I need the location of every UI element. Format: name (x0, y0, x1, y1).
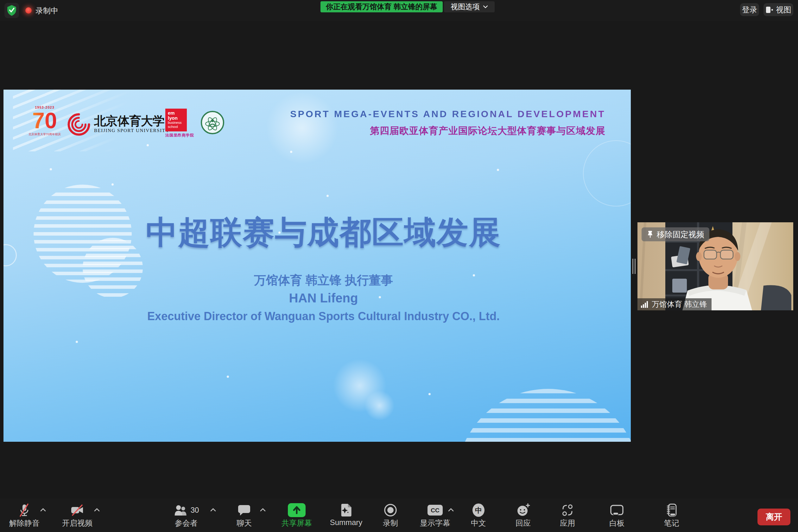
apps-icon (560, 503, 574, 517)
speaker-name-en: HAN Lifeng (16, 291, 631, 305)
recording-status: 录制中 (36, 0, 58, 21)
deco-ring-left (3, 244, 17, 266)
deco-ring-right (583, 140, 631, 207)
remove-pin-label: 移除固定视频 (657, 229, 704, 240)
summary-doc-icon (340, 503, 353, 517)
chat-label: 聊天 (236, 518, 252, 528)
chat-icon (238, 504, 251, 517)
login-label: 登录 (742, 5, 757, 15)
forum-title-cn: 第四届欧亚体育产业国际论坛大型体育赛事与区域发展 (370, 125, 606, 137)
chat-button[interactable]: 聊天 (236, 502, 252, 528)
record-icon (383, 503, 398, 517)
language-label: 中文 (471, 518, 486, 528)
view-label: 视图 (776, 5, 791, 15)
view-layout-button[interactable]: 视图 (763, 3, 793, 16)
emlyon-caption: 法国里昂商学院 (165, 133, 187, 138)
emlyon-line: school (168, 125, 187, 129)
start-video-label: 开启视频 (62, 518, 93, 528)
participant-name: 万馆体育 韩立锋 (652, 299, 707, 309)
recording-dot-icon (25, 7, 32, 14)
participants-count: 30 (191, 506, 199, 515)
speaker-video-tile[interactable]: 移除固定视频 万馆体育 韩立锋 (638, 222, 793, 310)
forum-title-en: SPORT MEGA-EVENTS AND REGIONAL DEVELOPME… (290, 109, 606, 119)
zoom-meeting-window: 录制中 你正在观看万馆体育 韩立锋的屏幕 视图选项 登录 视图 (0, 0, 798, 532)
chevron-up-icon (448, 508, 454, 512)
pin-icon (647, 230, 653, 238)
chevron-up-icon (40, 508, 46, 512)
leave-button[interactable]: 离开 (758, 509, 791, 525)
login-button[interactable]: 登录 (740, 3, 759, 16)
reactions-smiley-icon (516, 503, 530, 517)
language-icon: 中 (472, 503, 486, 517)
unmute-label: 解除静音 (9, 518, 40, 528)
anniversary-70-logo: 1953-2023 70 北京体育大学70周年校庆 (26, 106, 64, 136)
reactions-label: 回应 (515, 518, 531, 528)
camera-off-icon (70, 504, 84, 517)
participants-button[interactable]: 30 参会者 (173, 502, 199, 528)
chevron-up-icon (210, 508, 216, 512)
summary-button[interactable]: Summary (330, 502, 363, 527)
mic-muted-icon (17, 503, 31, 517)
participant-name-badge: 万馆体育 韩立锋 (638, 298, 711, 310)
emlyon-logo: em lyon business school 法国里昂商学院 (165, 109, 187, 138)
view-options-label: 视图选项 (451, 2, 480, 12)
emlyon-line: lyon (168, 116, 187, 121)
unmute-button[interactable]: 解除静音 (9, 502, 40, 528)
notes-icon (665, 503, 678, 517)
layout-icon (766, 6, 774, 13)
start-video-button[interactable]: 开启视频 (62, 502, 93, 528)
deco-striped-blob-bottom-right (456, 389, 631, 442)
record-label: 录制 (383, 518, 398, 528)
emlyon-box: em lyon business school (165, 109, 187, 131)
viewing-screen-banner: 你正在观看万馆体育 韩立锋的屏幕 (321, 1, 443, 12)
meeting-toolbar: 解除静音 开启视频 (0, 499, 798, 532)
sport-science-society-logo-icon (200, 109, 225, 137)
apps-label: 应用 (560, 518, 575, 528)
top-bar: 录制中 你正在观看万馆体育 韩立锋的屏幕 视图选项 登录 视图 (0, 0, 798, 21)
language-button[interactable]: 中 中文 (471, 502, 486, 528)
share-screen-button[interactable]: 共享屏幕 (282, 502, 312, 528)
remove-pin-button[interactable]: 移除固定视频 (642, 227, 709, 241)
shared-screen-slide: 1953-2023 70 北京体育大学70周年校庆 北京体育大学 BEIJING… (3, 90, 631, 442)
svg-text:中: 中 (475, 506, 482, 514)
share-screen-icon (287, 503, 306, 517)
leave-label: 离开 (766, 511, 782, 522)
captions-button[interactable]: CC 显示字幕 (420, 502, 450, 528)
slide-title: 中超联赛与成都区域发展 (16, 211, 631, 254)
whiteboard-label: 白板 (609, 518, 625, 528)
video-options-chevron[interactable] (94, 508, 100, 513)
panel-resize-handle[interactable] (632, 259, 636, 274)
shield-check-icon (7, 5, 17, 16)
captions-label: 显示字幕 (420, 518, 450, 528)
chat-chevron[interactable] (260, 508, 266, 513)
share-screen-label: 共享屏幕 (282, 518, 312, 528)
whiteboard-icon (609, 504, 625, 517)
participants-chevron[interactable] (210, 508, 216, 513)
participants-label: 参会者 (175, 518, 197, 528)
whiteboard-button[interactable]: 白板 (609, 502, 625, 528)
deco-soft-blob (364, 391, 395, 420)
anniversary-number: 70 (26, 109, 64, 132)
record-button[interactable]: 录制 (383, 502, 398, 528)
signal-bars-icon (641, 301, 649, 308)
reactions-button[interactable]: 回应 (515, 502, 531, 528)
apps-button[interactable]: 应用 (560, 502, 575, 528)
deco-soft-blob (333, 359, 387, 413)
deco-soft-blob (266, 92, 339, 164)
captions-chevron[interactable] (448, 508, 454, 513)
chevron-down-icon (483, 5, 488, 8)
speaker-line-cn: 万馆体育 韩立锋 执行董事 (16, 272, 631, 288)
emlyon-line: em (168, 111, 187, 116)
bsu-name-en: BEIJING SPORT UNIVERSITY (94, 128, 157, 133)
notes-button[interactable]: 笔记 (664, 502, 679, 528)
view-options-button[interactable]: 视图选项 (444, 1, 495, 12)
security-button[interactable] (4, 3, 19, 18)
audio-options-chevron[interactable] (40, 508, 46, 513)
notes-label: 笔记 (664, 518, 679, 528)
participants-icon (173, 504, 188, 516)
cc-icon: CC (427, 504, 443, 516)
emlyon-line: business (168, 121, 187, 125)
anniversary-caption: 北京体育大学70周年校庆 (27, 132, 62, 136)
chevron-up-icon (260, 508, 266, 512)
summary-label: Summary (330, 518, 363, 527)
